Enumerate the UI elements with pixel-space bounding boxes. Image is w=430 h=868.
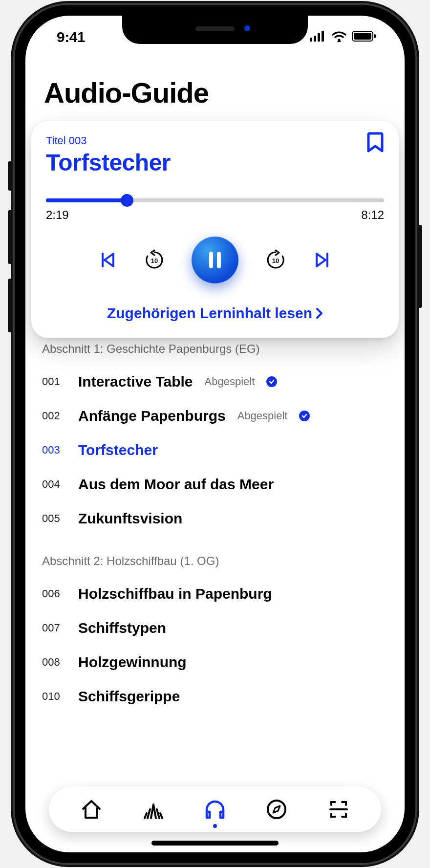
track-number: 004 <box>42 478 69 491</box>
compass-icon <box>265 798 288 821</box>
track-row[interactable]: 003Torfstecher <box>40 433 390 467</box>
track-number: 007 <box>42 622 69 634</box>
bars-icon <box>142 799 165 820</box>
svg-text:10: 10 <box>272 257 279 264</box>
home-indicator[interactable] <box>151 841 279 846</box>
track-name: Holzschiffbau in Papenburg <box>78 586 272 602</box>
track-row[interactable]: 010Schiffsgerippe <box>40 679 390 714</box>
bookmark-icon <box>366 131 385 153</box>
played-label: Abgespielt <box>237 410 288 422</box>
page-title: Audio-Guide <box>25 59 405 109</box>
skip-previous-icon <box>99 251 117 269</box>
notch <box>122 16 308 44</box>
forward-10-button[interactable]: 10 <box>265 249 286 271</box>
track-label: Titel 003 <box>46 134 384 147</box>
track-number: 005 <box>42 512 69 525</box>
screen: 9:41 Audio-Guide Titel 003 To <box>25 16 405 852</box>
track-name: Holzgewinnung <box>78 654 187 671</box>
home-icon <box>80 798 103 821</box>
next-track-button[interactable] <box>313 251 331 269</box>
tab-home[interactable] <box>78 796 105 823</box>
svg-rect-0 <box>310 38 312 42</box>
section-header: Abschnitt 2: Holzschiffbau (1. OG) <box>42 554 390 568</box>
svg-point-4 <box>338 39 341 42</box>
track-row[interactable]: 008Holzgewinnung <box>40 645 390 679</box>
track-number: 002 <box>42 410 69 422</box>
headphones-icon <box>203 798 227 821</box>
rewind-10-icon: 10 <box>144 249 165 271</box>
tab-bar <box>49 787 381 832</box>
wifi-icon <box>331 30 347 44</box>
track-number: 006 <box>42 587 69 600</box>
played-label: Abgespielt <box>205 375 255 388</box>
chevron-right-icon <box>315 307 323 320</box>
track-row[interactable]: 004Aus dem Moor auf das Meer <box>40 467 390 501</box>
svg-rect-7 <box>374 34 376 38</box>
track-name: Torfstecher <box>78 442 158 458</box>
svg-rect-2 <box>318 33 320 42</box>
elapsed-time: 2:19 <box>46 208 69 222</box>
bookmark-button[interactable] <box>366 131 385 155</box>
track-name: Interactive Table <box>78 373 193 390</box>
section-header: Abschnitt 1: Geschichte Papenburgs (EG) <box>42 342 390 356</box>
previous-track-button[interactable] <box>99 251 117 269</box>
svg-text:10: 10 <box>151 257 158 264</box>
track-number: 001 <box>42 375 69 388</box>
track-name: Zukunftsvision <box>78 510 182 527</box>
related-content-link[interactable]: Zugehörigen Lerninhalt lesen <box>46 305 384 322</box>
device-frame: 9:41 Audio-Guide Titel 003 To <box>15 5 415 863</box>
now-playing-title: Torfstecher <box>46 149 384 176</box>
track-number: 010 <box>42 690 69 703</box>
svg-rect-6 <box>354 33 371 40</box>
rewind-10-button[interactable]: 10 <box>144 249 165 271</box>
track-row[interactable]: 007Schiffstypen <box>40 611 390 645</box>
player-card: Titel 003 Torfstecher 2:19 8:12 <box>31 121 399 338</box>
track-number: 003 <box>42 444 69 456</box>
track-name: Anfänge Papenburgs <box>78 408 226 424</box>
pause-icon <box>205 249 225 271</box>
progress-slider[interactable]: 2:19 8:12 <box>46 198 384 222</box>
track-name: Schiffsgerippe <box>78 688 180 705</box>
total-time: 8:12 <box>361 208 384 222</box>
track-name: Aus dem Moor auf das Meer <box>78 476 274 493</box>
track-row[interactable]: 002Anfänge PapenburgsAbgespielt <box>40 399 390 433</box>
track-row[interactable]: 005Zukunftsvision <box>40 501 390 536</box>
track-name: Schiffstypen <box>78 620 166 636</box>
track-row[interactable]: 001Interactive TableAbgespielt <box>40 365 390 399</box>
check-icon <box>266 376 277 387</box>
svg-rect-3 <box>322 31 324 42</box>
tab-explore[interactable] <box>263 796 290 823</box>
tab-levels[interactable] <box>140 796 167 823</box>
svg-rect-10 <box>217 252 221 268</box>
track-number: 008 <box>42 656 69 669</box>
play-pause-button[interactable] <box>192 237 238 283</box>
svg-rect-1 <box>314 36 316 42</box>
forward-10-icon: 10 <box>265 249 286 271</box>
battery-icon <box>352 30 376 44</box>
scan-icon <box>327 798 350 821</box>
check-icon <box>299 411 310 421</box>
tab-scan[interactable] <box>325 796 352 823</box>
svg-rect-9 <box>209 252 213 268</box>
track-row[interactable]: 006Holzschiffbau in Papenburg <box>40 577 390 611</box>
track-list[interactable]: Abschnitt 1: Geschichte Papenburgs (EG)0… <box>25 331 405 792</box>
svg-point-12 <box>268 801 285 818</box>
cellular-icon <box>310 31 326 43</box>
skip-next-icon <box>313 251 331 269</box>
status-time: 9:41 <box>57 29 85 45</box>
tab-audio-guide[interactable] <box>201 796 229 823</box>
